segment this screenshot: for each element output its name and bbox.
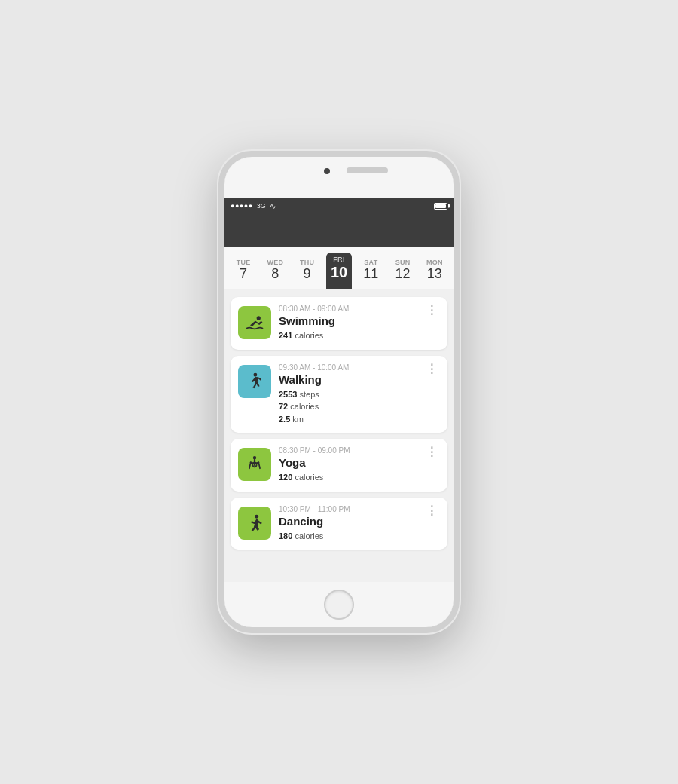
stat-unit: calories [288,402,319,411]
phone-camera [324,168,330,174]
stat-value: 241 [279,331,292,340]
day-item-12[interactable]: SUN 12 [390,256,416,289]
stat-line: 180 calories [279,530,417,543]
battery-icon [434,203,447,210]
svg-point-6 [255,514,258,518]
svg-point-1 [253,372,257,376]
network-label: 3G [257,202,266,210]
status-bar: ●●●●● 3G ∿ [224,198,454,213]
activity-menu-button[interactable]: ⋮ [424,446,440,458]
day-label: WED [267,259,283,266]
activity-content: 09:30 AM - 10:00 AM Walking 2553 steps72… [279,363,417,426]
stat-value: 120 [279,473,292,482]
day-item-7[interactable]: TUE 7 [231,256,256,289]
activity-stats: 2553 steps72 calories2.5 km [279,388,417,426]
wifi-icon: ∿ [270,202,276,210]
activity-menu-button[interactable]: ⋮ [424,305,440,317]
day-number: 9 [304,266,311,283]
activity-stats: 120 calories [279,471,417,484]
stat-unit: calories [292,331,323,340]
activity-time: 10:30 PM - 11:00 PM [279,505,417,513]
activity-icon-yoga [238,448,271,481]
stat-unit: calories [292,531,323,541]
activity-content: 10:30 PM - 11:00 PM Dancing 180 calories [279,505,417,543]
day-item-10[interactable]: FRI 10 [326,253,352,289]
activity-name: Swimming [279,314,417,327]
stat-line: 120 calories [279,471,417,484]
stat-line: 241 calories [279,329,417,342]
activity-name: Yoga [279,456,417,469]
stat-value: 2553 [279,390,297,399]
day-label: SAT [364,259,377,266]
stat-line: 72 calories [279,400,417,413]
activity-stats: 241 calories [279,329,417,342]
svg-point-0 [257,316,261,320]
stat-value: 180 [279,531,292,541]
activity-card-swimming: 08:30 AM - 09:00 AM Swimming 241 calorie… [231,297,447,350]
stat-value: 2.5 [279,415,290,424]
activity-card-dancing: 10:30 PM - 11:00 PM Dancing 180 calories… [231,498,447,550]
activity-time: 09:30 AM - 10:00 AM [279,363,417,372]
day-item-11[interactable]: SAT 11 [358,256,383,289]
status-left: ●●●●● 3G ∿ [231,202,276,210]
stat-unit: steps [297,390,319,399]
activity-time: 08:30 AM - 09:00 AM [279,305,417,313]
stat-value: 72 [279,402,288,411]
day-item-8[interactable]: WED 8 [262,256,288,289]
activity-icon-dancing [238,507,271,540]
activity-menu-button[interactable]: ⋮ [424,363,440,375]
home-button[interactable] [324,590,354,620]
stat-line: 2.5 km [279,413,417,426]
activity-card-walking: 09:30 AM - 10:00 AM Walking 2553 steps72… [231,356,447,433]
day-number: 10 [331,263,347,281]
phone-speaker [347,167,388,173]
activity-icon-swimming [238,306,271,339]
signal-icon: ●●●●● [231,202,253,210]
activity-icon-walking [238,365,271,398]
day-item-13[interactable]: MON 13 [422,256,447,289]
status-right [432,203,447,210]
app-header [224,213,454,247]
day-number: 12 [396,266,411,283]
svg-line-5 [258,462,260,468]
day-label: TUE [237,259,251,266]
phone-bottom [224,582,454,627]
activity-content: 08:30 AM - 09:00 AM Swimming 241 calorie… [279,305,417,342]
activity-content: 08:30 PM - 09:00 PM Yoga 120 calories [279,446,417,484]
phone-shell: ●●●●● 3G ∿ TUE 7 WED 8 THU 9 [218,151,460,633]
day-label: SUN [396,259,411,266]
phone-top [224,157,454,198]
day-number: 13 [427,266,442,283]
activity-menu-button[interactable]: ⋮ [424,505,440,517]
activity-name: Walking [279,373,417,386]
activity-name: Dancing [279,515,417,528]
day-selector: TUE 7 WED 8 THU 9 FRI 10 SAT 11 SUN 12 M… [224,247,454,289]
activity-time: 08:30 PM - 09:00 PM [279,446,417,455]
day-item-9[interactable]: THU 9 [295,256,320,289]
day-number: 7 [240,266,247,283]
day-label: THU [300,259,314,266]
stat-line: 2553 steps [279,388,417,401]
day-number: 11 [363,266,378,283]
stat-unit: km [290,415,304,424]
stat-unit: calories [292,473,323,482]
svg-line-4 [249,462,251,468]
day-number: 8 [271,266,279,283]
day-label: MON [426,259,443,266]
battery-fill [435,204,446,208]
day-label: FRI [333,256,344,263]
activity-card-yoga: 08:30 PM - 09:00 PM Yoga 120 calories ⋮ [231,439,447,492]
activity-list: 08:30 AM - 09:00 AM Swimming 241 calorie… [224,289,454,582]
phone-screen: ●●●●● 3G ∿ TUE 7 WED 8 THU 9 [224,198,454,582]
activity-stats: 180 calories [279,530,417,543]
